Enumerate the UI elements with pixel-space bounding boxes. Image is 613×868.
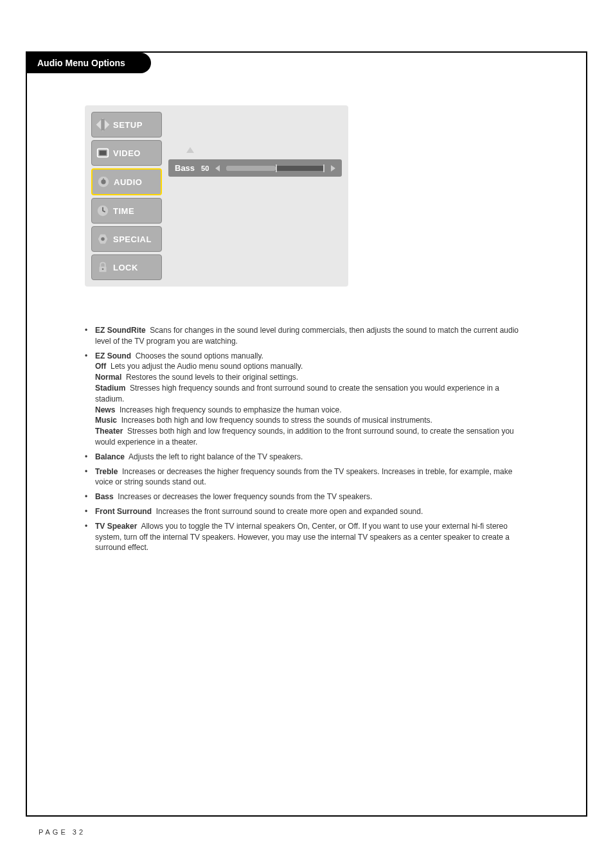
- sidebar-item-time[interactable]: TIME: [91, 198, 162, 224]
- audio-icon: [96, 175, 111, 189]
- lock-icon: [96, 260, 110, 274]
- sidebar-item-lock[interactable]: LOCK: [91, 254, 162, 280]
- sidebar-item-video[interactable]: VIDEO: [91, 140, 162, 166]
- desc-front-surround: • Front Surround Increases the front sur…: [85, 506, 528, 517]
- bass-slider-row[interactable]: Bass 50: [168, 159, 342, 177]
- slider-value: 50: [201, 164, 209, 172]
- osd-sidebar: SETUP VIDEO AUDIO: [91, 112, 162, 280]
- desc-bass: • Bass Increases or decreases the lower …: [85, 492, 528, 502]
- svg-point-10: [102, 268, 104, 270]
- sidebar-item-label: AUDIO: [114, 177, 142, 187]
- sidebar-item-label: LOCK: [113, 263, 138, 272]
- video-icon: [96, 146, 110, 160]
- sidebar-item-audio[interactable]: AUDIO: [91, 168, 162, 195]
- special-icon: [96, 232, 110, 246]
- svg-rect-1: [101, 119, 105, 130]
- desc-ez-sound: • EZ Sound Chooses the sound options man…: [85, 351, 528, 448]
- sidebar-item-label: SPECIAL: [113, 235, 152, 244]
- sidebar-item-label: VIDEO: [113, 148, 141, 158]
- up-arrow-icon[interactable]: [186, 147, 194, 153]
- description-list: • EZ SoundRite Scans for changes in the …: [85, 325, 528, 553]
- sidebar-item-setup[interactable]: SETUP: [91, 112, 162, 137]
- sidebar-item-label: SETUP: [113, 120, 143, 130]
- time-icon: [96, 204, 110, 218]
- desc-tv-speaker: • TV Speaker Allows you to toggle the TV…: [85, 521, 528, 553]
- sidebar-item-label: TIME: [113, 206, 134, 216]
- desc-treble: • Treble Increases or decreases the high…: [85, 466, 528, 488]
- svg-point-8: [101, 237, 105, 241]
- svg-rect-3: [100, 150, 107, 155]
- svg-point-6: [103, 179, 104, 180]
- desc-ez-soundrite: • EZ SoundRite Scans for changes in the …: [85, 325, 528, 347]
- page-number: PAGE 32: [39, 828, 85, 836]
- arrow-right-icon[interactable]: [331, 165, 335, 172]
- svg-point-5: [101, 179, 105, 184]
- osd-panel: Bass 50: [168, 112, 342, 280]
- desc-balance: • Balance Adjusts the left to right bala…: [85, 452, 528, 463]
- arrow-left-icon[interactable]: [215, 165, 220, 172]
- osd-menu: SETUP VIDEO AUDIO: [85, 105, 348, 287]
- setup-icon: [96, 118, 110, 132]
- section-header: Audio Menu Options: [27, 53, 151, 73]
- slider-label: Bass: [175, 163, 195, 173]
- sidebar-item-special[interactable]: SPECIAL: [91, 226, 162, 252]
- slider-track[interactable]: [226, 166, 324, 171]
